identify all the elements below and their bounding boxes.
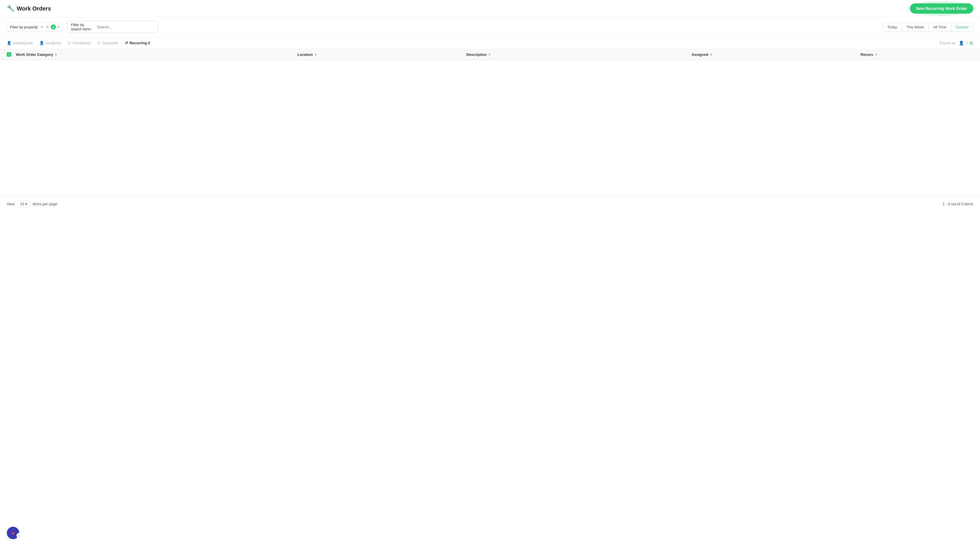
column-assigned-label: Assigned xyxy=(692,52,708,57)
filter-by-property[interactable]: Filter by property: 👁 ⚙ 1 ▾ xyxy=(7,22,63,32)
chevron-down-icon: ▾ xyxy=(57,25,60,29)
filter-by-search-term[interactable]: Filter by search term: xyxy=(67,21,158,33)
filter-property-label: Filter by property: xyxy=(10,25,38,29)
toolbar: Filter by property: 👁 ⚙ 1 ▾ Filter by se… xyxy=(0,17,980,37)
tab-assigned[interactable]: 👤 Assigned xyxy=(40,40,61,46)
date-filter-today[interactable]: Today xyxy=(883,23,902,31)
items-per-page-value: 15 xyxy=(20,202,24,206)
page-title: Work Orders xyxy=(17,5,51,12)
tab-canceled[interactable]: ☑ Canceled xyxy=(97,40,118,46)
eye-icon: 👁 xyxy=(40,25,44,29)
select-all-checkbox[interactable] xyxy=(7,52,16,57)
export-grid-icon[interactable]: ⊞ xyxy=(969,41,973,46)
column-header-category[interactable]: Work Order Category ⇅ xyxy=(16,52,298,57)
column-header-assigned[interactable]: Assigned ⇅ xyxy=(692,52,861,57)
column-header-location[interactable]: Location ⇅ xyxy=(298,52,466,57)
canceled-icon: ☑ xyxy=(97,41,101,45)
sort-location-icon[interactable]: ⇅ xyxy=(315,53,317,56)
search-input[interactable] xyxy=(97,25,154,29)
completed-icon: ☑ xyxy=(67,41,71,45)
sort-recurs-icon[interactable]: ⇅ xyxy=(875,53,877,56)
header: 🔧 Work Orders New Recurring Work Order xyxy=(0,0,980,17)
export-area: Export as: 👤 | ⊞ xyxy=(940,41,973,46)
filter-badge: 1 xyxy=(51,24,56,30)
export-divider: | xyxy=(966,41,967,45)
view-label: View xyxy=(7,202,15,206)
items-per-page-suffix: items per page xyxy=(33,202,57,206)
recurring-icon: ↺ xyxy=(125,41,128,45)
column-location-label: Location xyxy=(298,52,313,57)
new-recurring-work-order-button[interactable]: New Recurring Work Order xyxy=(910,3,973,14)
pagination-info: 1 - 0 out of 0 items xyxy=(943,202,973,206)
table-header: Work Order Category ⇅ Location ⇅ Descrip… xyxy=(0,49,980,60)
date-filter-group: Today This Week All Time Custom xyxy=(883,23,973,32)
items-per-page-chevron: ▾ xyxy=(25,202,27,206)
tab-unassigned[interactable]: 👤 Unassigned xyxy=(7,40,33,46)
date-filter-custom[interactable]: Custom xyxy=(951,23,973,31)
sort-description-icon[interactable]: ⇅ xyxy=(488,53,490,56)
settings-icon: ⚙ xyxy=(46,25,49,29)
footer: View 15 ▾ items per page 1 - 0 out of 0 … xyxy=(0,196,980,211)
export-csv-icon[interactable]: 👤 xyxy=(959,41,964,46)
sort-category-icon[interactable]: ⇅ xyxy=(55,53,57,56)
column-category-label: Work Order Category xyxy=(16,52,53,57)
date-filter-this-week[interactable]: This Week xyxy=(902,23,929,31)
tab-assigned-label: Assigned xyxy=(46,41,61,45)
tab-completed[interactable]: ☑ Completed xyxy=(67,40,91,46)
assigned-icon: 👤 xyxy=(40,41,44,45)
tab-canceled-label: Canceled xyxy=(102,41,118,45)
checkbox-checked[interactable] xyxy=(7,52,11,57)
status-tabs: 👤 Unassigned 👤 Assigned ☑ Completed ☑ Ca… xyxy=(0,37,980,49)
header-left: 🔧 Work Orders xyxy=(7,5,51,12)
column-header-recurs[interactable]: Recurs ⇅ xyxy=(861,52,973,57)
app-logo: 🔧 xyxy=(7,5,14,12)
tab-recurring[interactable]: ↺ Recurring 0 xyxy=(125,40,150,46)
export-label: Export as: xyxy=(940,41,956,45)
table-body xyxy=(0,60,980,196)
column-recurs-label: Recurs xyxy=(861,52,873,57)
column-description-label: Description xyxy=(466,52,487,57)
date-filter-all-time[interactable]: All Time xyxy=(929,23,951,31)
column-header-description[interactable]: Description ⇅ xyxy=(466,52,692,57)
tab-recurring-label: Recurring 0 xyxy=(130,41,150,45)
search-label: Filter by search term: xyxy=(71,23,95,31)
items-per-page-select[interactable]: 15 ▾ xyxy=(18,200,30,208)
sort-assigned-icon[interactable]: ⇅ xyxy=(710,53,712,56)
pagination-controls: View 15 ▾ items per page xyxy=(7,200,57,208)
tab-completed-label: Completed xyxy=(73,41,91,45)
user-icon: 👤 xyxy=(7,41,11,45)
tab-unassigned-label: Unassigned xyxy=(13,41,33,45)
